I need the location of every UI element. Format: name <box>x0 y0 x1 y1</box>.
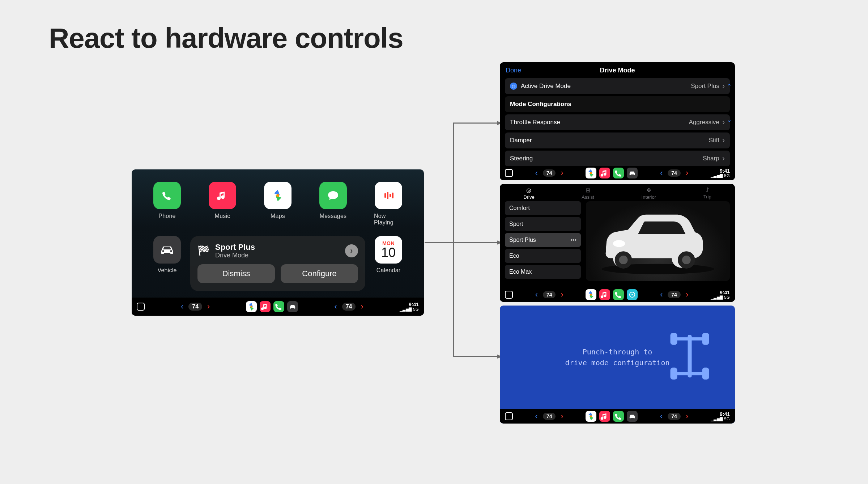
car-preview <box>586 201 730 281</box>
car-render-icon <box>593 206 723 275</box>
app-vehicle[interactable]: Vehicle <box>153 236 182 274</box>
network-status: ▁▃▅▇ 5G <box>400 307 419 312</box>
app-maps[interactable]: Maps <box>263 182 292 226</box>
row-label: Active Drive Mode <box>521 83 571 90</box>
setting-row-damper[interactable]: DamperStiff <box>505 132 730 148</box>
tab-assist[interactable]: ⊞Assist <box>582 187 594 200</box>
svg-rect-29 <box>702 368 709 379</box>
mode-eco[interactable]: Eco <box>505 249 581 263</box>
tab-label: Trip <box>703 194 711 199</box>
punch-through-panel: Punch-through to drive mode configuratio… <box>500 306 735 424</box>
svg-rect-5 <box>384 193 386 198</box>
music-icon <box>209 182 236 209</box>
app-label: Music <box>215 213 230 219</box>
tab-trip[interactable]: ⤴Trip <box>703 187 711 200</box>
temp-value: 74 <box>188 303 202 311</box>
nowplaying-icon <box>375 182 402 209</box>
calendar-icon: MON 10 <box>375 236 402 264</box>
phone-icon[interactable] <box>613 411 624 422</box>
home-button-icon[interactable] <box>505 412 513 420</box>
climate-left[interactable]: ‹ 74 › <box>181 302 210 311</box>
climate-right[interactable]: ‹ 74 › <box>334 302 363 311</box>
scroll-down-icon[interactable]: ⌄ <box>727 116 732 124</box>
car-icon <box>153 236 181 264</box>
app-label: Vehicle <box>158 267 177 274</box>
mode-label: Sport <box>509 221 523 227</box>
drive-mode-notification: 🏁 Sport Plus Drive Mode › Dismiss Config… <box>190 236 365 291</box>
mode-label: Eco <box>509 253 519 259</box>
maps-icon[interactable] <box>246 301 257 312</box>
app-music[interactable]: Music <box>208 182 237 226</box>
music-icon[interactable] <box>599 168 610 178</box>
svg-rect-28 <box>671 368 677 379</box>
tab-label: Assist <box>582 194 594 200</box>
carplay-home-panel: PhoneMusicMapsMessagesNow Playing Vehicl… <box>132 169 424 316</box>
app-calendar[interactable]: MON 10 Calendar <box>374 236 403 274</box>
mode-label: Sport Plus <box>509 237 536 243</box>
scroll-up-icon[interactable]: ⌃ <box>727 83 732 91</box>
app-label: Now Playing <box>374 213 403 226</box>
app-messages[interactable]: Messages <box>319 182 348 226</box>
car-icon[interactable] <box>287 301 298 312</box>
home-button-icon[interactable] <box>505 169 513 177</box>
steering-wheel-icon[interactable] <box>627 289 638 300</box>
svg-point-15 <box>619 256 628 265</box>
svg-point-31 <box>590 415 592 417</box>
tab-label: Drive <box>523 194 534 200</box>
steering-wheel-icon: ◎ <box>510 83 517 90</box>
app-label: Calendar <box>376 267 401 274</box>
car-icon[interactable] <box>627 168 638 178</box>
chevron-right-icon[interactable]: › <box>361 302 363 311</box>
setting-row-throttle-response[interactable]: Throttle ResponseAggressive <box>505 114 730 130</box>
svg-rect-8 <box>392 193 393 198</box>
row-value: Sharp <box>703 154 725 163</box>
app-now-playing[interactable]: Now Playing <box>374 182 403 226</box>
mode-eco-max[interactable]: Eco Max <box>505 265 581 279</box>
active-drive-mode-row[interactable]: ◎ Active Drive Mode Sport Plus <box>505 78 730 94</box>
svg-point-20 <box>590 294 592 295</box>
placeholder-text: Punch-through to drive mode configuratio… <box>565 346 670 368</box>
music-icon[interactable] <box>260 301 271 312</box>
maps-icon[interactable] <box>586 411 596 422</box>
configure-button[interactable]: Configure <box>281 264 358 283</box>
mode-sport-plus[interactable]: Sport Plus••• <box>505 233 581 247</box>
setting-row-steering[interactable]: SteeringSharp <box>505 151 730 167</box>
app-phone[interactable]: Phone <box>153 182 182 226</box>
phone-icon[interactable] <box>273 301 284 312</box>
mode-comfort[interactable]: Comfort <box>505 201 581 215</box>
row-label: Steering <box>510 155 533 162</box>
svg-point-12 <box>590 172 592 174</box>
svg-rect-27 <box>702 333 709 345</box>
phone-icon[interactable] <box>613 168 624 178</box>
app-label: Phone <box>158 213 175 219</box>
maps-icon[interactable] <box>586 168 596 178</box>
drive-mode-settings-panel: Done Drive Mode ⌃ ⌄ ◎ Active Drive Mode … <box>500 62 735 180</box>
chassis-icon <box>670 331 710 383</box>
chevron-left-icon[interactable]: ‹ <box>334 302 337 311</box>
chevron-right-icon[interactable]: › <box>207 302 210 311</box>
maps-icon[interactable] <box>586 289 596 300</box>
more-icon[interactable]: ••• <box>570 237 576 243</box>
done-button[interactable]: Done <box>506 67 521 74</box>
panel-title: Drive Mode <box>600 67 635 74</box>
app-label: Maps <box>271 213 285 219</box>
home-button-icon[interactable] <box>505 291 513 299</box>
tab-interior[interactable]: ❖Interior <box>642 187 656 200</box>
row-value: Stiff <box>709 136 725 145</box>
dismiss-button[interactable]: Dismiss <box>197 264 275 283</box>
phone-icon[interactable] <box>613 289 624 300</box>
car-icon[interactable] <box>627 411 638 422</box>
drive-tab-panel: ◎Drive⊞Assist❖Interior⤴Trip ComfortSport… <box>500 184 735 302</box>
chevron-left-icon[interactable]: ‹ <box>181 302 183 311</box>
mode-sport[interactable]: Sport <box>505 217 581 231</box>
tab-drive[interactable]: ◎Drive <box>523 187 534 200</box>
status-dock: ‹74› ‹74› 9:41▁▃▅▇ 5G <box>500 287 735 302</box>
tab-icon: ❖ <box>646 187 651 194</box>
music-icon[interactable] <box>599 411 610 422</box>
chevron-right-icon[interactable]: › <box>345 244 358 257</box>
status-dock: ‹74› ‹74› 9:41▁▃▅▇ 5G <box>500 409 735 424</box>
music-icon[interactable] <box>599 289 610 300</box>
clock: 9:41 <box>409 302 419 307</box>
home-button-icon[interactable] <box>137 303 145 311</box>
svg-point-18 <box>613 240 625 247</box>
